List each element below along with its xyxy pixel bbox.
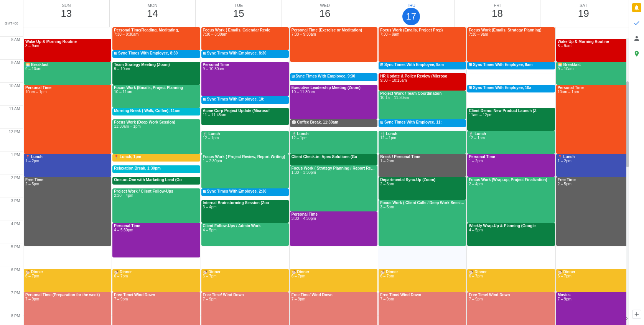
event-tue-sync1[interactable]: ⊞ Sync Times With Employee, 8:30 bbox=[201, 50, 289, 58]
day-col-fri: 🔴 Wake Up & Morning Routine, 6:30 🌅 Brea… bbox=[466, 27, 555, 325]
day-col-wed: 🔴 Wake Up & Morning Routine, 6:30 🌅 Brea… bbox=[289, 27, 378, 325]
event-thu-lunch[interactable]: 🍴 Lunch 12 – 1pm bbox=[379, 131, 466, 154]
event-mon-sync1[interactable]: ⊞ Sync Times With Employee, 8:30 bbox=[112, 50, 200, 58]
event-mon-personaltime2[interactable]: Personal Time 4 – 5:30pm bbox=[112, 223, 200, 257]
header-row: GMT+00 SUN 13 MON 14 TUE 15 WED 16 THU 1… bbox=[0, 0, 644, 27]
day-header-fri[interactable]: FRI 18 bbox=[454, 0, 540, 27]
event-sun-dinner[interactable]: 🍜 Dinner 6 – 7pm bbox=[24, 269, 111, 292]
event-tue-sync2[interactable]: ⊞ Sync Times With Employee, 10: bbox=[201, 96, 289, 104]
tasks-icon[interactable] bbox=[632, 18, 641, 28]
event-thu-winddown[interactable]: Free Time/ Wind Down 7 – 9pm bbox=[379, 292, 466, 325]
day-col-thu: 🔴 Wake Up & Morning Routine, 6:30 🌅 Brea… bbox=[378, 27, 466, 325]
person-icon[interactable] bbox=[632, 34, 641, 43]
event-tue-brainstorm[interactable]: Internal Brainstorming Session (Zoo 3 – … bbox=[201, 200, 289, 223]
event-fri-clientdemo[interactable]: Client Demo: New Product Launch (Z 11am … bbox=[467, 108, 555, 131]
day-header-sun[interactable]: SUN 13 bbox=[23, 0, 109, 27]
event-mon-focusemails[interactable]: Focus Work (Emails, Project Planning 10 … bbox=[112, 85, 200, 108]
event-thu-deptsync[interactable]: Departmental Sync-Up (Zoom) 2 – 3pm bbox=[379, 177, 466, 200]
event-wed-sync1[interactable]: ⊞ Sync Times With Employee, 9:30 bbox=[290, 73, 377, 81]
day-col-mon: 🔴 Wake Up & Morning Routine, 6:30 🌅 Brea… bbox=[112, 27, 200, 325]
event-mon-teamstrategy[interactable]: Team Strategy Meeting (Zoom) 9 – 10am bbox=[112, 62, 200, 85]
event-fri-sync1[interactable]: ⊞ Sync Times With Employee, 9am bbox=[467, 62, 555, 69]
event-mon-personalreading[interactable]: Personal Time(Reading, Meditating, 7:30 … bbox=[112, 27, 200, 50]
event-sun-personalprep[interactable]: Personal Time (Preparation for the week)… bbox=[24, 292, 111, 325]
sidebar bbox=[629, 0, 644, 325]
event-thu-hrupdate[interactable]: HR Update & Policy Review (Microso 9:30 … bbox=[379, 73, 466, 91]
event-tue-sync3[interactable]: ⊞ Sync Times With Employee, 2:30 bbox=[201, 188, 289, 196]
notification-icon[interactable] bbox=[632, 3, 641, 12]
event-fri-winddown[interactable]: Free Time/ Wind Down 7 – 9pm bbox=[467, 292, 555, 325]
event-fri-focusstrategy[interactable]: Focus Work (Emails, Strategy Planning) 7… bbox=[467, 27, 555, 62]
event-wed-dinner[interactable]: 🍜 Dinner 6 – 7pm bbox=[290, 269, 377, 292]
event-tue-clientfollowup[interactable]: Client Follow-Ups / Admin Work 4 – 5pm bbox=[201, 223, 289, 246]
event-sun-breakfast[interactable]: 🌅 Breakfast 9 – 10am bbox=[24, 62, 111, 85]
day-header-tue[interactable]: TUE 15 bbox=[195, 0, 282, 27]
event-sun-freetime[interactable]: Free Time 2 – 5pm bbox=[24, 177, 111, 246]
event-tue-winddown[interactable]: Free Time/ Wind Down 7 – 9pm bbox=[201, 292, 289, 325]
event-mon-lunch[interactable]: 📍 Lunch, 1pm bbox=[112, 154, 200, 162]
day-header-wed[interactable]: WED 16 bbox=[282, 0, 368, 27]
event-tue-acme[interactable]: Acme Corp Project Update (Microsof 11 – … bbox=[201, 108, 289, 125]
event-fri-lunch[interactable]: 🍴 Lunch 12 – 1pm bbox=[467, 131, 555, 154]
day-col-tue: 🔴 Wake Up & Morning Routine, 6:30 🌅 Brea… bbox=[201, 27, 289, 325]
event-wed-executive[interactable]: Executive Leadership Meeting (Zoom) 10 –… bbox=[290, 85, 377, 119]
event-fri-dinner[interactable]: 🍜 Dinner 6 – 7pm bbox=[467, 269, 555, 292]
event-fri-personaltime[interactable]: Personal Time 1 – 2pm bbox=[467, 154, 555, 177]
event-thu-breakpersonal[interactable]: Break / Personal Time 1 – 2pm bbox=[379, 154, 466, 177]
gmt-label: GMT+00 bbox=[0, 0, 23, 27]
event-fri-focuswrapup[interactable]: Focus Work (Wrap-up, Project Finalizatio… bbox=[467, 177, 555, 223]
event-fri-weeklywrap[interactable]: Weekly Wrap-Up & Planning (Google 4 – 5p… bbox=[467, 223, 555, 246]
event-wed-personalexercise[interactable]: Personal Time (Exercise or Meditation) 7… bbox=[290, 27, 377, 62]
scroll-right-chevron[interactable]: › bbox=[626, 315, 628, 321]
location-icon[interactable] bbox=[632, 49, 641, 58]
day-header-mon[interactable]: MON 14 bbox=[109, 0, 196, 27]
event-mon-morningbreak[interactable]: Morning Break ( Walk, Coffee), 11am bbox=[112, 108, 200, 115]
event-tue-personaltime[interactable]: Personal Time 9 – 10:30am bbox=[201, 62, 289, 96]
calendar-container: GMT+00 SUN 13 MON 14 TUE 15 WED 16 THU 1… bbox=[0, 0, 644, 325]
event-wed-personaltime2[interactable]: Personal Time 3:30 – 4:30pm bbox=[290, 211, 377, 246]
day-header-sat[interactable]: SAT 19 bbox=[540, 0, 626, 27]
event-mon-winddown[interactable]: Free Time/ Wind Down 7 – 9pm bbox=[112, 292, 200, 325]
event-thu-focusprep[interactable]: Focus Work (Emails, Project Prep) 7:30 –… bbox=[379, 27, 466, 62]
event-sun-lunch[interactable]: 📍 Lunch 1 – 2pm bbox=[24, 154, 111, 177]
body-scroll[interactable]: 7 AM 8 AM 9 AM 10 AM 11 AM 12 PM 1 PM 2 … bbox=[0, 27, 644, 325]
event-tue-lunch[interactable]: 🍴 Lunch 12 – 1pm bbox=[201, 131, 289, 154]
event-sun-wakeup[interactable]: Wake Up & Morning Routine 8 – 9am bbox=[24, 39, 111, 62]
event-sun-personaltime[interactable]: Personal Time 10am – 1pm bbox=[24, 85, 111, 154]
event-tue-dinner[interactable]: 🍜 Dinner 6 – 7pm bbox=[201, 269, 289, 292]
time-col: 7 AM 8 AM 9 AM 10 AM 11 AM 12 PM 1 PM 2 … bbox=[0, 27, 23, 325]
event-thu-focusclientcalls[interactable]: Focus Work ( Client Calls / Deep Work Se… bbox=[379, 200, 466, 246]
event-tue-focusproject[interactable]: Focus Work ( Project Review, Report Writ… bbox=[201, 154, 289, 188]
event-thu-projectwork[interactable]: Project Work / Team Coordination 10:15 –… bbox=[379, 91, 466, 119]
event-thu-sync2[interactable]: ⊞ Sync Times With Employee, 11: bbox=[379, 119, 466, 127]
event-wed-clientcheckin[interactable]: Client Check-in: Apex Solutions (Go bbox=[290, 154, 377, 165]
event-thu-dinner[interactable]: 🍜 Dinner 6 – 7pm bbox=[379, 269, 466, 292]
day-col-sun: Wake Up & Morning Routine 8 – 9am 🌅 Brea… bbox=[23, 27, 112, 325]
event-mon-projectwork[interactable]: Project Work / Client Follow-Ups 2:30 – … bbox=[112, 188, 200, 223]
event-wed-lunch[interactable]: 🍴 Lunch 12 – 1pm bbox=[290, 131, 377, 154]
event-wed-winddown[interactable]: Free Time/ Wind Down 7 – 9pm bbox=[290, 292, 377, 325]
event-wed-coffeebreak[interactable]: ⚪ Coffee Break, 11:30am bbox=[290, 119, 377, 127]
add-icon[interactable] bbox=[632, 310, 641, 319]
event-mon-relax[interactable]: Relaxation Break, 1:30pm bbox=[112, 165, 200, 173]
event-mon-oneonone[interactable]: One-on-One with Marketing Lead (Go bbox=[112, 177, 200, 185]
event-fri-sync2[interactable]: ⊞ Sync Times With Employee, 10a bbox=[467, 85, 555, 92]
event-mon-deepwork[interactable]: Focus Work (Deep Work Session) 11:30am –… bbox=[112, 119, 200, 154]
event-tue-focuswork[interactable]: Focus Work ( Emails, Calendar Revie 7:30… bbox=[201, 27, 289, 50]
grid-container: 7 AM 8 AM 9 AM 10 AM 11 AM 12 PM 1 PM 2 … bbox=[0, 27, 644, 325]
event-thu-sync1[interactable]: ⊞ Sync Times With Employee, 9am bbox=[379, 62, 466, 69]
day-header-thu[interactable]: THU 17 bbox=[368, 0, 454, 27]
event-wed-focusstrategy[interactable]: Focus Work ( Strategy Planning / Report … bbox=[290, 165, 377, 211]
event-mon-dinner[interactable]: 🍜 Dinner 6 – 7pm bbox=[112, 269, 200, 292]
days-grid: Wake Up & Morning Routine 8 – 9am 🌅 Brea… bbox=[23, 27, 644, 325]
